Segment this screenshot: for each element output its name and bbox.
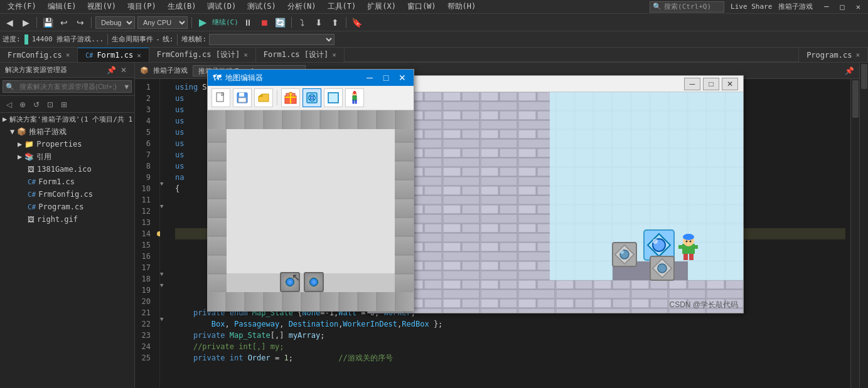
- menu-help[interactable]: 帮助(H): [442, 0, 481, 13]
- tab-frmconfig-design-close[interactable]: ✕: [244, 51, 248, 59]
- menu-analyze[interactable]: 分析(N): [282, 0, 321, 13]
- tree-item-program[interactable]: C# Program.cs: [0, 201, 134, 213]
- bookmark-btn[interactable]: 🔖: [350, 16, 364, 29]
- toolbar-redo-btn[interactable]: ↪: [73, 16, 87, 29]
- toolbar-forward-btn[interactable]: ▶: [19, 16, 33, 29]
- toolbar-save-btn[interactable]: 💾: [41, 16, 55, 29]
- menu-project[interactable]: 项目(P): [122, 0, 161, 13]
- game-window: ─ □ ✕: [367, 79, 744, 313]
- tab-form1-icon: C#: [85, 52, 93, 59]
- line-14: 14: [135, 228, 154, 239]
- collapse-icon-17[interactable]: ▼: [160, 271, 163, 277]
- app-title: 推箱子游戏: [778, 2, 813, 11]
- debug-config-select[interactable]: Debug: [95, 16, 135, 29]
- line-8: 8: [135, 160, 154, 172]
- dialog-tool-save[interactable]: [233, 88, 252, 107]
- tree-item-properties[interactable]: ▶ 📁 Properties: [0, 138, 134, 150]
- restart-btn[interactable]: 🔄: [274, 16, 287, 29]
- dialog-tool-new[interactable]: [212, 88, 230, 107]
- toolbar-undo-btn[interactable]: ↩: [57, 16, 71, 29]
- menu-window[interactable]: 窗口(W): [402, 0, 441, 13]
- editor-scrollbar[interactable]: [850, 79, 859, 388]
- tree-item-frmconfig[interactable]: C# FrmConfig.cs: [0, 188, 134, 201]
- game-minimize-btn[interactable]: ─: [684, 79, 700, 90]
- game-maximize-btn[interactable]: □: [703, 79, 719, 90]
- dialog-tool-gem[interactable]: [303, 88, 321, 107]
- dialog-tool-square[interactable]: [324, 88, 343, 107]
- toolbar-back-btn[interactable]: ◀: [3, 16, 16, 29]
- dialog-maximize-btn[interactable]: □: [380, 79, 392, 83]
- dialog-close-btn[interactable]: ✕: [396, 79, 409, 83]
- collapse-icon-18[interactable]: ▼: [160, 282, 163, 288]
- tree-solution[interactable]: ▶ 解决方案'推箱子游戏'(1 个项目/共 1: [0, 113, 134, 125]
- nav-pin-icon[interactable]: 📌: [845, 66, 854, 75]
- step-out-btn[interactable]: ⬆: [328, 16, 342, 29]
- menu-file[interactable]: 文件(F): [3, 0, 41, 13]
- tab-form1-close[interactable]: ✕: [137, 51, 141, 60]
- tree-toolbar-btn-3[interactable]: ↺: [30, 98, 43, 111]
- menu-view[interactable]: 视图(V): [82, 0, 121, 13]
- tree-item-references[interactable]: ▶ 📚 引用: [0, 150, 134, 163]
- code-gutter: ▼ ▼ ▼ ▼ ▼: [160, 79, 170, 388]
- toolbar-sep-5: [346, 17, 346, 28]
- search-box[interactable]: 🔍 搜索(Ctrl+Q): [650, 1, 724, 13]
- tree-item-form1[interactable]: C# Form1.cs: [0, 176, 134, 188]
- tab-frmconfig-design[interactable]: FrmConfig.cs [设计] ✕: [149, 48, 256, 62]
- tree-toolbar-btn-5[interactable]: ⊞: [58, 98, 70, 111]
- svg-point-14: [310, 96, 314, 100]
- tab-program-close[interactable]: ✕: [855, 51, 860, 59]
- menu-build[interactable]: 生成(B): [163, 0, 201, 13]
- tree-toolbar-btn-4[interactable]: ⊡: [44, 98, 56, 111]
- tab-form1-design[interactable]: Form1.cs [设计] ✕: [256, 48, 345, 62]
- minimize-btn[interactable]: ─: [819, 3, 833, 11]
- map-bottom-wall: [208, 292, 414, 311]
- dialog-canvas[interactable]: ↖: [208, 110, 414, 311]
- tab-frmconfig-close[interactable]: ✕: [66, 51, 70, 59]
- tab-form1-design-close[interactable]: ✕: [332, 51, 336, 59]
- collapse-icon-11[interactable]: ▼: [160, 203, 163, 209]
- main-scrollbar[interactable]: [859, 63, 868, 388]
- tab-frmconfig[interactable]: FrmConfig.cs ✕: [0, 48, 78, 62]
- dialog-tool-person[interactable]: [345, 88, 364, 107]
- stop-btn[interactable]: ⏹: [257, 16, 271, 29]
- menu-extensions[interactable]: 扩展(X): [362, 0, 401, 13]
- menu-test[interactable]: 测试(S): [242, 0, 281, 13]
- solution-search-input[interactable]: [17, 80, 122, 93]
- panel-pin-btn[interactable]: 📌: [105, 65, 117, 76]
- menu-tools[interactable]: 工具(T): [323, 0, 362, 13]
- tree-toolbar-btn-2[interactable]: ⊕: [16, 98, 29, 111]
- tree-item-gif[interactable]: 🖼 right.gif: [0, 213, 134, 226]
- dialog-tool-gift[interactable]: [281, 88, 300, 107]
- svg-point-20: [353, 92, 356, 94]
- toolbar-sep-3: [191, 17, 192, 28]
- dialog-minimize-btn[interactable]: ─: [363, 79, 376, 83]
- dialog-toolbar-sep: [277, 90, 277, 105]
- game-scene-svg: [368, 92, 743, 313]
- tree-project[interactable]: ▼ 📦 推箱子游戏: [0, 125, 134, 138]
- process-info: 14400 推箱子游戏...: [32, 34, 104, 44]
- menu-debug[interactable]: 调试(D): [202, 0, 241, 13]
- close-btn[interactable]: ✕: [851, 3, 865, 11]
- collapse-icon-9[interactable]: ▼: [160, 181, 163, 187]
- collapse-icon-21[interactable]: ▼: [160, 316, 163, 322]
- dialog-tool-open[interactable]: [254, 88, 273, 107]
- step-over-btn[interactable]: ⤵: [296, 16, 309, 29]
- tab-form1[interactable]: C# Form1.cs ✕: [78, 48, 149, 62]
- game-close-btn[interactable]: ✕: [722, 79, 738, 90]
- scrollbar-thumb[interactable]: [852, 80, 859, 118]
- stack-select[interactable]: [209, 34, 335, 45]
- cpu-select[interactable]: Any CPU: [137, 16, 188, 29]
- solution-search-arrow: ▼: [124, 83, 129, 91]
- tree-toolbar-btn-1[interactable]: ◁: [3, 98, 15, 111]
- main-scrollbar-thumb[interactable]: [861, 64, 867, 89]
- run-btn[interactable]: ▶: [196, 16, 210, 29]
- tree-item-ico[interactable]: 🖼 1381Game.ico: [0, 163, 134, 176]
- panel-close-btn[interactable]: ✕: [118, 65, 129, 76]
- pause-btn[interactable]: ⏸: [241, 16, 255, 29]
- maximize-btn[interactable]: □: [835, 3, 850, 11]
- step-into-btn[interactable]: ⬇: [312, 16, 326, 29]
- game-canvas: CSDN @学长敲代码: [368, 92, 743, 313]
- tab-program[interactable]: Program.cs ✕: [798, 48, 868, 62]
- menu-edit[interactable]: 编辑(E): [43, 0, 82, 13]
- live-share-btn[interactable]: Live Share: [731, 3, 772, 11]
